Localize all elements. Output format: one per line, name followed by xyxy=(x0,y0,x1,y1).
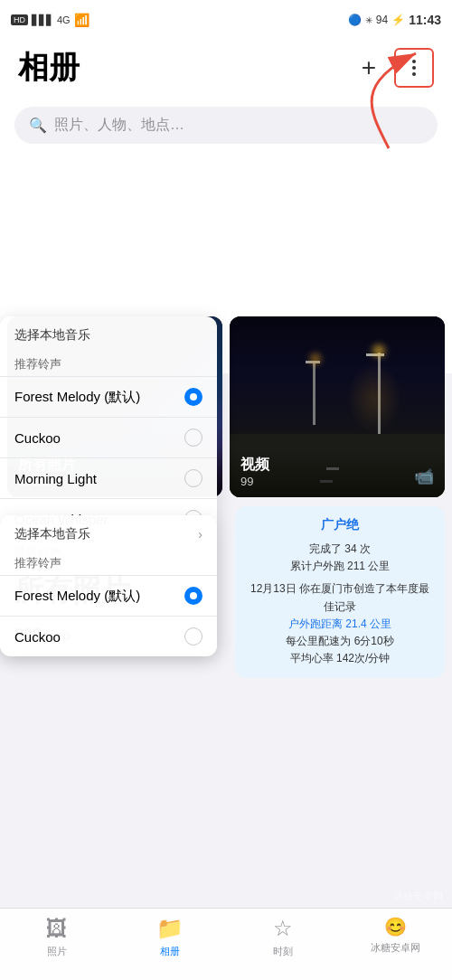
info-line1: 完成了 34 次 xyxy=(248,541,432,558)
status-right: 🔵 ✳ 94 ⚡ 11:43 xyxy=(348,13,441,27)
info-title: 广户绝 xyxy=(248,517,432,533)
info-line5: 每公里配速为 6分10秒 xyxy=(248,633,432,650)
ringtone-item-forest-melody[interactable]: Forest Melody (默认) xyxy=(0,376,217,417)
photos-tab-icon: 🖼 xyxy=(46,916,68,941)
recommend-section-title: 推荐铃声 xyxy=(0,351,217,376)
ringtone-label-morning-light: Morning Light xyxy=(14,471,97,486)
ringtone-item-cuckoo[interactable]: Cuckoo xyxy=(0,417,217,457)
search-icon: 🔍 xyxy=(29,117,47,134)
radio-selected-forest-bottom xyxy=(184,587,202,605)
radio-selected-forest xyxy=(184,388,202,406)
albums-tab-icon: 📁 xyxy=(156,916,184,941)
ringtone-label-cuckoo-bottom: Cuckoo xyxy=(14,629,61,645)
recommend-section-title-bottom: 推荐铃声 xyxy=(0,550,217,575)
video-label: 视频 xyxy=(240,456,434,475)
add-button[interactable]: + xyxy=(362,55,376,80)
header: 相册 + xyxy=(0,40,452,99)
dot3 xyxy=(412,72,416,76)
ringtone-label-forest-melody: Forest Melody (默认) xyxy=(14,389,140,406)
search-placeholder: 照片、人物、地点… xyxy=(54,116,184,135)
dot2 xyxy=(412,66,416,70)
radio-unselected-morning xyxy=(184,469,202,487)
nfc-icon: ✳ xyxy=(365,15,372,25)
video-count: 99 xyxy=(240,475,434,488)
brand-tab-label: 冰糖安卓网 xyxy=(371,941,420,955)
video-play-icon: 📹 xyxy=(414,466,434,486)
signal-4g-1: ▋▋▋ xyxy=(32,14,53,26)
radio-unselected-cuckoo-bottom xyxy=(184,627,202,645)
search-container: 🔍 照片、人物、地点… xyxy=(0,99,452,156)
search-bar[interactable]: 🔍 照片、人物、地点… xyxy=(14,107,438,144)
hd-badge: HD xyxy=(11,14,28,25)
page-title: 相册 xyxy=(18,47,80,89)
battery-text: 94 xyxy=(376,14,388,26)
moments-tab-icon: ☆ xyxy=(273,916,293,941)
dot-menu-icon xyxy=(412,60,416,76)
photos-tab-label: 照片 xyxy=(47,945,67,958)
album-card-video[interactable]: 视频 99 📹 xyxy=(230,316,445,497)
ringtone-item-cuckoo-bottom[interactable]: Cuckoo xyxy=(0,616,217,656)
dot1 xyxy=(412,60,416,63)
tab-moments[interactable]: ☆ 时刻 xyxy=(226,916,339,958)
info-line4: 户外跑距离 21.4 公里 xyxy=(248,616,432,633)
video-info: 视频 99 xyxy=(230,447,445,497)
charging-icon: ⚡ xyxy=(391,14,405,26)
info-line3: 12月13日 你在厦门市创造了本年度最佳记录 xyxy=(248,580,432,615)
info-line2: 累计户外跑 211 公里 xyxy=(248,558,432,575)
info-card-running: 广户绝 完成了 34 次 累计户外跑 211 公里 12月13日 你在厦门市创造… xyxy=(235,506,445,678)
dropdown-music-selector-bottom[interactable]: 选择本地音乐 › 推荐铃声 Forest Melody (默认) Cuckoo xyxy=(0,515,217,656)
more-button[interactable] xyxy=(394,48,434,88)
brand-tab-icon: 😊 xyxy=(384,916,407,938)
header-actions: + xyxy=(362,48,434,88)
status-bar: HD ▋▋▋ 4G 📶 🔵 ✳ 94 ⚡ 11:43 xyxy=(0,0,452,40)
tab-photos[interactable]: 🖼 照片 xyxy=(0,916,113,958)
tab-albums[interactable]: 📁 相册 xyxy=(113,916,226,958)
tab-brand[interactable]: 😊 冰糖安卓网 xyxy=(339,916,452,955)
time: 11:43 xyxy=(409,13,441,27)
ringtone-item-forest-melody-bottom[interactable]: Forest Melody (默认) xyxy=(0,575,217,616)
watermark: 冰糖安卓网 xyxy=(393,890,443,903)
ringtone-label-forest-melody-bottom: Forest Melody (默认) xyxy=(14,588,140,605)
wifi-icon: 📶 xyxy=(74,13,89,27)
status-left: HD ▋▋▋ 4G 📶 xyxy=(11,13,89,27)
local-music-label[interactable]: 选择本地音乐 xyxy=(0,316,217,351)
moments-tab-label: 时刻 xyxy=(273,945,293,958)
albums-tab-label: 相册 xyxy=(160,945,180,958)
signal-4g-2: 4G xyxy=(57,14,71,25)
tab-bar: 🖼 照片 📁 相册 ☆ 时刻 😊 冰糖安卓网 xyxy=(0,908,452,980)
local-music-label-bottom[interactable]: 选择本地音乐 › xyxy=(0,515,217,550)
ringtone-label-cuckoo: Cuckoo xyxy=(14,430,61,446)
ringtone-item-morning-light[interactable]: Morning Light xyxy=(0,457,217,498)
info-line6: 平均心率 142次/分钟 xyxy=(248,650,432,667)
radio-unselected-cuckoo xyxy=(184,429,202,447)
bluetooth-icon: 🔵 xyxy=(348,14,362,26)
